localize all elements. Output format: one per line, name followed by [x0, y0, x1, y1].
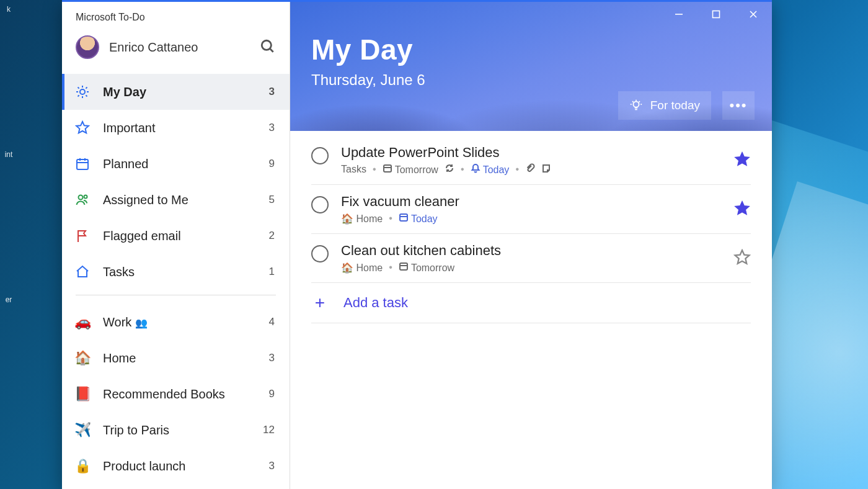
sidebar-item-label: Home	[103, 351, 257, 366]
sidebar-item-label: Planned	[103, 157, 257, 171]
task-due: Tomorrow	[399, 261, 454, 274]
task-list-name: 🏠 Home	[341, 213, 383, 225]
sidebar-item-count: 4	[269, 316, 275, 328]
shared-icon: 👥	[135, 318, 148, 328]
sidebar-item-count: 12	[263, 424, 275, 436]
window-controls	[660, 2, 772, 27]
suggestions-button[interactable]: For today	[618, 91, 711, 120]
svg-point-22	[633, 102, 639, 107]
sidebar-item-label: Flagged email	[103, 229, 257, 243]
app-title: Microsoft To-Do	[62, 2, 290, 29]
sidebar-item-label: Product launch	[103, 459, 257, 473]
task-list-name: 🏠 Home	[341, 262, 383, 274]
svg-rect-11	[77, 159, 88, 169]
sidebar-item-tasks[interactable]: Tasks 1	[62, 254, 290, 290]
search-icon	[260, 38, 276, 55]
main-pane: My Day Thursday, June 6 For today ••• Up…	[290, 2, 772, 489]
more-options-button[interactable]: •••	[722, 91, 755, 120]
todo-app-window: Microsoft To-Do Enrico Cattaneo My Day 3…	[62, 0, 772, 489]
close-button[interactable]	[735, 2, 772, 27]
list-emoji-icon: ✈️	[74, 422, 91, 438]
svg-line-26	[632, 101, 633, 102]
svg-rect-19	[713, 11, 720, 18]
sidebar-item-launch[interactable]: 🔒Product launch3	[62, 448, 290, 484]
svg-rect-30	[384, 165, 391, 172]
avatar	[76, 35, 99, 59]
note-icon	[541, 163, 551, 176]
sidebar-item-label: Important	[103, 121, 257, 135]
task-star-button[interactable]	[733, 200, 751, 219]
list-emoji-icon: 🏠	[74, 350, 91, 366]
svg-rect-34	[400, 263, 407, 270]
sidebar-item-work[interactable]: 🚗Work 👥4	[62, 304, 290, 340]
task-star-button[interactable]	[733, 151, 751, 170]
sidebar-item-flagged[interactable]: Flagged email 2	[62, 218, 290, 254]
sidebar-item-count: 2	[269, 230, 275, 242]
task-star-button[interactable]	[733, 249, 751, 268]
lightbulb-icon	[629, 99, 643, 112]
sidebar-divider	[76, 295, 276, 295]
smart-lists: My Day 3 Important 3 Planned 9	[62, 70, 290, 290]
task-row[interactable]: Update PowerPoint SlidesTasks • Tomorrow…	[311, 136, 751, 185]
header-date: Thursday, June 6	[311, 71, 751, 89]
search-button[interactable]	[260, 38, 276, 56]
star-icon	[74, 120, 91, 136]
task-title: Update PowerPoint Slides	[341, 145, 721, 161]
svg-point-16	[84, 195, 87, 199]
task-complete-checkbox[interactable]	[311, 196, 329, 213]
task-row[interactable]: Clean out kitchen cabinets🏠 Home • Tomor…	[311, 234, 751, 283]
sidebar-item-assigned[interactable]: Assigned to Me 5	[62, 182, 290, 218]
task-complete-checkbox[interactable]	[311, 147, 329, 164]
sidebar-item-count: 9	[269, 388, 275, 400]
sidebar-item-label: Recommended Books	[103, 387, 257, 402]
svg-rect-32	[400, 214, 407, 221]
task-row[interactable]: Fix vacuum cleaner🏠 Home • Today	[311, 185, 751, 234]
sidebar-item-label: Work 👥	[103, 315, 257, 330]
minimize-button[interactable]	[660, 2, 698, 27]
sidebar-item-myday[interactable]: My Day 3	[62, 74, 290, 110]
sidebar-item-count: 9	[269, 158, 275, 170]
task-list: Update PowerPoint SlidesTasks • Tomorrow…	[290, 131, 772, 323]
sidebar-item-books[interactable]: 📕Recommended Books9	[62, 376, 290, 412]
sidebar-item-label: My Day	[103, 85, 257, 99]
sidebar-item-count: 3	[269, 352, 275, 364]
suggestions-label: For today	[650, 99, 700, 112]
sidebar-item-planned[interactable]: Planned 9	[62, 146, 290, 182]
svg-point-0	[262, 40, 271, 50]
page-title: My Day	[311, 33, 751, 66]
list-emoji-icon: 📕	[74, 386, 91, 402]
attachment-icon	[525, 163, 535, 176]
add-task-row[interactable]: +Add a task	[311, 283, 751, 323]
svg-line-27	[639, 101, 639, 102]
svg-line-10	[86, 87, 87, 89]
task-due: Today	[399, 212, 438, 225]
task-complete-checkbox[interactable]	[311, 245, 329, 262]
sidebar-item-home[interactable]: 🏠Home3	[62, 340, 290, 376]
user-lists: 🚗Work 👥4🏠Home3📕Recommended Books9✈️Trip …	[62, 300, 290, 484]
sun-icon	[74, 84, 91, 100]
person-icon	[74, 192, 91, 208]
list-emoji-icon: 🔒	[74, 458, 91, 474]
task-reminder: Today	[471, 163, 510, 176]
svg-line-7	[78, 87, 79, 89]
profile-row[interactable]: Enrico Cattaneo	[62, 29, 290, 70]
list-emoji-icon: 🚗	[74, 314, 91, 330]
task-title: Clean out kitchen cabinets	[341, 243, 721, 259]
svg-line-1	[270, 48, 273, 52]
ellipsis-icon: •••	[729, 97, 747, 114]
svg-line-9	[78, 95, 79, 96]
sidebar-item-label: Trip to Paris	[103, 423, 250, 437]
svg-point-2	[80, 89, 85, 94]
sidebar-item-count: 3	[269, 86, 275, 98]
sidebar-item-important[interactable]: Important 3	[62, 110, 290, 146]
sidebar-item-count: 5	[269, 194, 275, 206]
task-list-name: Tasks	[341, 164, 366, 175]
sidebar-item-paris[interactable]: ✈️Trip to Paris12	[62, 412, 290, 448]
sidebar-item-count: 1	[269, 266, 275, 278]
calendar-icon	[74, 156, 91, 172]
maximize-button[interactable]	[698, 2, 735, 27]
add-task-label: Add a task	[343, 295, 408, 311]
home-icon	[74, 264, 91, 280]
sidebar-item-label: Assigned to Me	[103, 193, 257, 207]
sidebar: Microsoft To-Do Enrico Cattaneo My Day 3…	[62, 2, 290, 489]
